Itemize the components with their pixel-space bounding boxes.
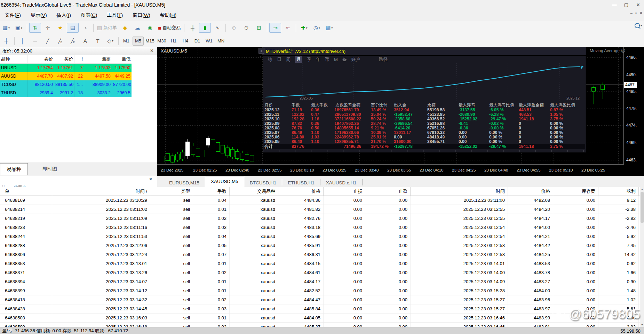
- column-header[interactable]: 类型: [150, 187, 193, 196]
- close-icon[interactable]: ✕: [150, 48, 154, 53]
- menu-item-帮助H[interactable]: 帮助(H): [155, 9, 181, 21]
- timeframe-H4[interactable]: H4: [180, 37, 191, 46]
- market-watch-row[interactable]: AUUSD4487.704487.92224497.584449.25: [0, 72, 132, 80]
- child-restore-icon[interactable]: ▫: [635, 11, 637, 15]
- auto-scroll-button[interactable]: ⇥: [269, 23, 281, 33]
- mtdriver-menu-综[interactable]: 综: [268, 56, 272, 63]
- menu-item-显示V[interactable]: 显示(V): [26, 9, 52, 21]
- mtdriver-menu-币[interactable]: 币: [325, 56, 329, 63]
- timeframe-M5[interactable]: M5: [133, 37, 144, 46]
- chart-tab-XAUUSD-M5[interactable]: XAUUSD,M5: [205, 176, 244, 187]
- title-bar[interactable]: 6266354: TradeMaxGlobal-Live5 - TradeMax…: [0, 0, 644, 9]
- panel-handle-icon[interactable]: ﹨: [259, 55, 263, 59]
- chart-tab-EURUSD-M15[interactable]: EURUSD,M15: [164, 178, 205, 187]
- bar-chart-mode-button[interactable]: ╫: [186, 23, 198, 33]
- mtdriver-menu-M[interactable]: M: [334, 57, 338, 62]
- column-header[interactable]: 时间: [411, 187, 508, 196]
- scrollbar-thumb[interactable]: [641, 192, 644, 223]
- timeframe-W1[interactable]: W1: [204, 37, 215, 46]
- column-header[interactable]: 卖价: [28, 55, 54, 63]
- column-header[interactable]: 获利: [598, 187, 639, 196]
- column-header[interactable]: 止盈: [365, 187, 411, 196]
- mtdriver-menu-周[interactable]: 周: [286, 56, 291, 63]
- panel-menu-icon[interactable]: ≡: [259, 48, 264, 54]
- menu-item-文件F[interactable]: 文件(F): [0, 9, 26, 21]
- chart-tab-BTCUSD-H1[interactable]: BTCUSD,H1: [244, 178, 282, 187]
- child-window-controls[interactable]: – ▫ ✕: [630, 11, 643, 15]
- vertical-line-button[interactable]: │: [17, 36, 29, 46]
- market-watch-tab-tick-chart[interactable]: 即时图: [36, 163, 63, 175]
- history-row[interactable]: 646383062025.12.23 03:12:24sell0.07xauus…: [0, 250, 644, 259]
- history-scrollbar[interactable]: ▲ ▼: [640, 187, 644, 327]
- candlestick-mode-button[interactable]: ▮: [199, 23, 211, 33]
- metaeditor-button[interactable]: ◆: [119, 23, 131, 33]
- mtdriver-menu-年[interactable]: 年: [316, 56, 320, 63]
- column-header[interactable]: !: [74, 55, 84, 63]
- mtdriver-menu-日[interactable]: 日: [277, 56, 281, 63]
- chart-tab-ETHUSD-H1[interactable]: ETHUSD,H1: [282, 178, 320, 187]
- column-header[interactable]: 价格: [278, 187, 324, 196]
- column-header[interactable]: 单: [0, 187, 52, 196]
- history-row[interactable]: 646381692025.12.23 03:10:29sell0.04xauus…: [0, 196, 644, 205]
- chart-area[interactable]: XAUUSD,M5 Moving Average ☹ 23 Dec 202523…: [157, 47, 644, 176]
- history-row[interactable]: 646383942025.12.23 03:14:07sell0.01xauus…: [0, 277, 644, 286]
- toolbox-button[interactable]: ▤: [67, 23, 79, 33]
- shapes-dropdown-button[interactable]: ◇▾: [104, 36, 116, 46]
- history-row[interactable]: 646383992025.12.23 03:14:12sell0.01xauus…: [0, 286, 644, 295]
- line-chart-mode-button[interactable]: ∿: [212, 23, 223, 33]
- market-watch-row[interactable]: THUSD2989.42991.2183033.22969.5: [0, 89, 132, 97]
- mtdriver-menu-季[interactable]: 季: [307, 56, 311, 63]
- scroll-down-icon[interactable]: ▼: [640, 323, 644, 327]
- menu-item-图表C[interactable]: 图表(C): [76, 9, 102, 21]
- column-header[interactable]: 最高: [84, 55, 112, 63]
- column-header[interactable]: 最低: [112, 55, 132, 63]
- maximize-button[interactable]: ▢: [620, 0, 632, 9]
- trend-line-button[interactable]: ╱: [42, 36, 54, 46]
- text-button[interactable]: A: [79, 36, 91, 46]
- column-header[interactable]: 品种: [0, 55, 28, 63]
- timeframe-MN[interactable]: MN: [215, 37, 226, 46]
- mtdriver-panel[interactable]: MTDriver统计 ,V3.12 (http://mtdriver.cn) 综…: [263, 47, 586, 152]
- navigator-button[interactable]: ★: [54, 23, 66, 33]
- market-watch-button[interactable]: ⇅: [29, 23, 41, 33]
- column-header[interactable]: 止损: [324, 187, 365, 196]
- text-label-button[interactable]: T: [92, 36, 104, 46]
- mql5-cloud-button[interactable]: ☁: [132, 23, 143, 33]
- market-watch-row[interactable]: URUSD1.177541.1776171.178031.17500: [0, 64, 132, 72]
- strategy-tester-button[interactable]: ◔: [79, 23, 91, 33]
- equidistant-channel-button[interactable]: ╱E: [54, 36, 66, 46]
- mtdriver-menu-账户[interactable]: 账户: [351, 56, 360, 63]
- market-watch-row[interactable]: TCUSD88120.5088135.501...88909.0087720.0…: [0, 80, 132, 89]
- time-axis[interactable]: 23 Dec 202523 Dec 02:2523 Dec 02:4023 De…: [157, 165, 644, 176]
- column-header[interactable]: 价格: [508, 187, 553, 196]
- history-row[interactable]: 646382882025.12.23 03:12:06sell0.05xauus…: [0, 241, 644, 250]
- chart-shift-button[interactable]: ⇤: [282, 23, 294, 33]
- profiles-dropdown-button[interactable]: ▣▾: [13, 23, 25, 33]
- history-row[interactable]: 646384282025.12.23 03:14:45sell0.03xauus…: [0, 304, 644, 313]
- menu-item-插入I[interactable]: 插入(I): [52, 9, 76, 21]
- child-minimize-icon[interactable]: –: [630, 11, 633, 15]
- timeframe-M15[interactable]: M15: [144, 37, 156, 46]
- crosshair-button[interactable]: ┼: [0, 36, 12, 46]
- indicators-dropdown-button[interactable]: ✚▾: [298, 23, 310, 33]
- close-button[interactable]: ✕: [632, 0, 644, 9]
- minimize-button[interactable]: —: [609, 0, 620, 9]
- child-close-icon[interactable]: ✕: [639, 11, 643, 15]
- periods-dropdown-button[interactable]: ◷▾: [311, 23, 323, 33]
- mtdriver-menu-path[interactable]: 路径: [379, 56, 388, 63]
- history-row[interactable]: 646382192025.12.23 03:11:09sell0.02xauus…: [0, 214, 644, 223]
- history-row[interactable]: 646382442025.12.23 03:11:53sell0.04xauus…: [0, 232, 644, 241]
- market-watch-tab-symbols[interactable]: 易品种: [0, 163, 28, 175]
- menu-item-窗口W[interactable]: 窗口(W): [128, 9, 155, 21]
- scroll-up-icon[interactable]: ▲: [640, 187, 644, 191]
- mtdriver-menu-备[interactable]: 备: [342, 56, 347, 63]
- column-header[interactable]: 交易品种: [230, 187, 278, 196]
- signals-button[interactable]: ◉: [144, 23, 156, 33]
- history-row[interactable]: 646382142025.12.23 03:11:02sell0.01xauus…: [0, 205, 644, 214]
- history-row[interactable]: 646383712025.12.23 03:13:26sell0.02xauus…: [0, 268, 644, 277]
- algo-trading-button[interactable]: ■自动交易: [157, 23, 182, 33]
- data-window-button[interactable]: ✛: [42, 23, 54, 33]
- column-header[interactable]: 买价: [54, 55, 74, 63]
- templates-dropdown-button[interactable]: ▨▾: [323, 23, 335, 33]
- timeframe-M30[interactable]: M30: [156, 37, 167, 46]
